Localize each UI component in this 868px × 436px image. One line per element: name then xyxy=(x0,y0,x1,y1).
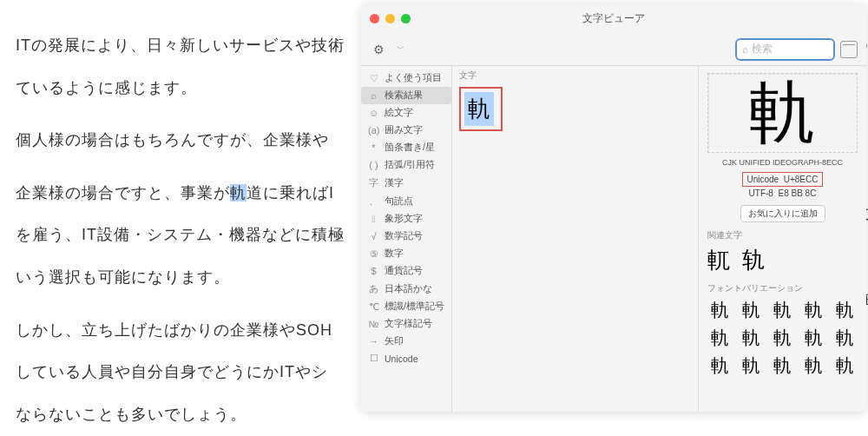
sidebar-item-currency[interactable]: $通貨記号 xyxy=(361,262,451,280)
titlebar: 文字ビューア xyxy=(361,3,866,33)
variation-char[interactable]: 軌 xyxy=(802,298,826,322)
variation-label: フォントバリエーション xyxy=(707,282,858,294)
variation-char[interactable]: 軌 xyxy=(707,353,732,378)
sidebar-item-brackets[interactable]: ( )括弧/引用符 xyxy=(361,156,451,174)
gear-icon[interactable]: ⚙ xyxy=(370,41,387,58)
results-pane: 文字 軌 xyxy=(452,66,699,412)
window-title: 文字ビューア xyxy=(361,11,866,26)
result-highlight-box: 軌 xyxy=(459,87,503,131)
sidebar-item-unicode[interactable]: ☐Unicode xyxy=(361,350,451,367)
font-variations: 軌 軌 軌 軌 軌 軌 軌 軌 軌 軌 軌 軌 軌 軌 軌 xyxy=(707,298,858,378)
variation-char[interactable]: 軌 xyxy=(739,326,763,350)
sidebar-item-enclosed[interactable]: (a)囲み文字 xyxy=(361,122,451,139)
character-viewer-window: 文字ビューア ⚙ ﹀ ⌕ 検索 ♡よく使う項目 ⌕検索結果 ☺絵文字 (a)囲み… xyxy=(361,3,866,412)
preview-char: 軌 xyxy=(707,73,858,153)
related-label: 関連文字 xyxy=(707,229,858,241)
sidebar-item-pictographs[interactable]: 𓀀象形文字 xyxy=(361,210,451,228)
chevron-down-icon[interactable]: ﹀ xyxy=(391,41,409,58)
add-favorite-button[interactable]: お気に入りに追加 xyxy=(740,205,825,222)
related-char[interactable]: 軏 xyxy=(707,245,730,275)
variation-char[interactable]: 軌 xyxy=(833,353,858,378)
unicode-codepoint: Unicode U+8ECC xyxy=(742,172,822,187)
sqrt-icon: √ xyxy=(368,231,379,241)
smile-icon: ☺ xyxy=(368,108,379,118)
clock-icon: ♡ xyxy=(368,73,379,84)
letterlike-icon: № xyxy=(368,319,379,329)
kana-icon: あ xyxy=(368,282,379,295)
sidebar-item-punctuation[interactable]: 、句読点 xyxy=(361,192,451,210)
variation-char[interactable]: 軌 xyxy=(833,326,858,350)
variation-char[interactable]: 軌 xyxy=(739,353,763,378)
variation-char[interactable]: 軌 xyxy=(707,298,732,322)
digit-icon: ⑤ xyxy=(368,248,379,260)
variation-char[interactable]: 軌 xyxy=(739,298,763,322)
arrow-icon: → xyxy=(368,336,379,347)
search-placeholder: 検索 xyxy=(752,42,773,56)
variation-char[interactable]: 軌 xyxy=(770,353,794,378)
search-icon: ⌕ xyxy=(742,43,748,56)
kanji-icon: 字 xyxy=(368,176,379,189)
sidebar-item-bullets[interactable]: *箇条書き/星 xyxy=(361,139,451,156)
square-icon: ☐ xyxy=(368,353,379,364)
sidebar-item-digits[interactable]: ⑤数字 xyxy=(361,245,451,262)
punct-icon: 、 xyxy=(368,195,379,208)
related-chars: 軏 轨 xyxy=(707,245,858,275)
collapse-icon[interactable] xyxy=(840,41,858,58)
variation-char[interactable]: 軌 xyxy=(833,298,858,322)
sidebar-item-letterlike[interactable]: №文字様記号 xyxy=(361,315,451,333)
variation-char[interactable]: 軌 xyxy=(802,326,826,350)
enclosed-icon: (a) xyxy=(368,125,379,135)
bracket-icon: ( ) xyxy=(368,160,379,170)
search-input[interactable]: ⌕ 検索 xyxy=(735,38,835,61)
search-icon: ⌕ xyxy=(368,90,379,101)
sidebar-item-emoji[interactable]: ☺絵文字 xyxy=(361,104,451,122)
picto-icon: 𓀀 xyxy=(368,214,379,224)
sidebar-item-arrows[interactable]: →矢印 xyxy=(361,333,451,350)
char-name: CJK UNIFIED IDEOGRAPH-8ECC xyxy=(707,158,858,167)
sidebar-item-favorites[interactable]: ♡よく使う項目 xyxy=(361,69,451,87)
sign-icon: ℃ xyxy=(368,301,379,313)
dollar-icon: $ xyxy=(368,266,379,276)
results-label: 文字 xyxy=(459,69,691,82)
sidebar-item-search-results[interactable]: ⌕検索結果 xyxy=(361,87,451,104)
variation-char[interactable]: 軌 xyxy=(707,326,732,350)
highlighted-char: 軌 xyxy=(230,184,247,201)
variation-char[interactable]: 軌 xyxy=(802,353,826,378)
sidebar-item-kana[interactable]: あ日本語かな xyxy=(361,280,451,298)
result-char[interactable]: 軌 xyxy=(464,92,494,126)
variation-char[interactable]: 軌 xyxy=(770,298,794,322)
sidebar-item-signs[interactable]: ℃標識/標準記号 xyxy=(361,298,451,315)
detail-pane: 軌 CJK UNIFIED IDEOGRAPH-8ECC Unicode U+8… xyxy=(699,66,866,412)
sidebar-item-math[interactable]: √数学記号 xyxy=(361,228,451,245)
star-icon: * xyxy=(368,142,379,153)
sidebar: ♡よく使う項目 ⌕検索結果 ☺絵文字 (a)囲み文字 *箇条書き/星 ( )括弧… xyxy=(361,66,452,412)
variation-char[interactable]: 軌 xyxy=(770,326,794,350)
related-char[interactable]: 轨 xyxy=(742,245,765,275)
sidebar-item-kanji[interactable]: 字漢字 xyxy=(361,174,451,192)
utf8-bytes: UTF-8 E8 BB 8C xyxy=(749,188,817,198)
toolbar: ⚙ ﹀ ⌕ 検索 xyxy=(361,33,866,66)
